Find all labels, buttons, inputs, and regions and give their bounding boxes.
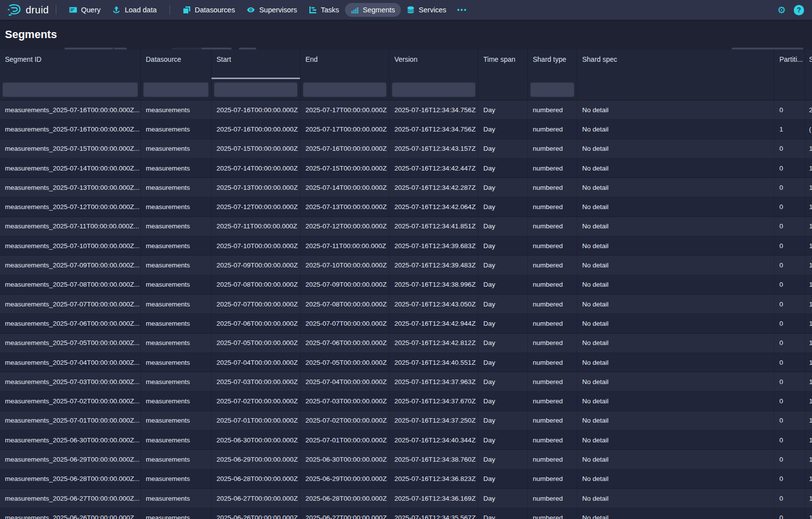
table-cell[interactable]: numbered <box>528 275 577 294</box>
table-cell[interactable]: No detail <box>577 275 774 294</box>
table-row[interactable]: measurements_2025-06-27T00:00:00.000Z...… <box>0 489 812 508</box>
table-cell[interactable]: 0 <box>774 334 805 352</box>
table-cell[interactable]: 1 <box>805 353 812 372</box>
table-cell[interactable]: 0 <box>774 391 805 410</box>
table-cell[interactable]: 2025-07-17T00:00:00.000Z <box>300 120 389 138</box>
table-cell[interactable]: 2025-07-16T12:34:39.483Z <box>389 256 478 274</box>
table-cell[interactable]: No detail <box>577 489 774 508</box>
table-cell[interactable]: 2025-07-04T00:00:00.000Z <box>212 353 300 372</box>
table-cell[interactable]: 2025-07-16T12:34:38.760Z <box>389 450 478 469</box>
table-cell[interactable]: 0 <box>774 197 805 216</box>
table-cell[interactable]: numbered <box>528 159 577 177</box>
table-cell[interactable]: 1 <box>805 489 812 508</box>
table-cell[interactable]: numbered <box>528 372 577 391</box>
column-header-time-span[interactable]: Time span <box>478 49 528 79</box>
table-cell[interactable]: measurements <box>141 391 212 410</box>
table-cell[interactable]: measurements_2025-07-06T00:00:00.000Z... <box>0 314 141 333</box>
table-row[interactable]: measurements_2025-06-26T00:00:00.000Z...… <box>0 508 812 519</box>
filter-input-segment-id[interactable] <box>2 82 138 97</box>
table-cell[interactable]: 2025-07-10T00:00:00.000Z <box>300 256 389 274</box>
table-cell[interactable]: 2025-06-27T00:00:00.000Z <box>212 489 300 508</box>
table-cell[interactable]: 2025-07-03T00:00:00.000Z <box>300 391 389 410</box>
table-cell[interactable]: 1 <box>805 236 812 255</box>
table-cell[interactable]: Day <box>478 372 528 391</box>
column-header-end[interactable]: End <box>300 49 389 79</box>
table-cell[interactable]: measurements_2025-07-07T00:00:00.000Z... <box>0 295 141 313</box>
table-cell[interactable]: 0 <box>774 159 805 177</box>
table-row[interactable]: measurements_2025-07-13T00:00:00.000Z...… <box>0 178 812 197</box>
table-cell[interactable]: 0 <box>774 236 805 255</box>
table-cell[interactable]: 2025-06-29T00:00:00.000Z <box>300 470 389 488</box>
table-cell[interactable]: measurements <box>141 450 212 469</box>
table-cell[interactable]: 1 <box>805 450 812 469</box>
table-cell[interactable]: 2025-07-16T00:00:00.000Z <box>300 139 389 158</box>
table-cell[interactable]: No detail <box>577 470 774 488</box>
table-cell[interactable]: 2025-07-06T00:00:00.000Z <box>300 334 389 352</box>
nav-item-segments[interactable]: Segments <box>345 3 401 17</box>
table-cell[interactable]: 2025-07-05T00:00:00.000Z <box>300 353 389 372</box>
table-cell[interactable]: measurements <box>141 275 212 294</box>
table-cell[interactable]: measurements <box>141 295 212 313</box>
table-row[interactable]: measurements_2025-07-07T00:00:00.000Z...… <box>0 295 812 314</box>
table-cell[interactable]: measurements_2025-07-16T00:00:00.000Z... <box>0 120 141 138</box>
table-cell[interactable]: numbered <box>528 217 577 236</box>
table-row[interactable]: measurements_2025-07-16T00:00:00.000Z...… <box>0 100 812 120</box>
table-cell[interactable]: No detail <box>577 450 774 469</box>
table-cell[interactable]: 0 <box>774 100 805 119</box>
table-cell[interactable]: numbered <box>528 489 577 508</box>
table-cell[interactable]: numbered <box>528 391 577 410</box>
table-row[interactable]: measurements_2025-07-10T00:00:00.000Z...… <box>0 236 812 256</box>
table-cell[interactable]: numbered <box>528 450 577 469</box>
table-cell[interactable]: 2025-06-28T00:00:00.000Z <box>212 470 300 488</box>
table-cell[interactable]: measurements <box>141 159 212 177</box>
table-cell[interactable]: 2025-07-16T12:34:40.551Z <box>389 353 478 372</box>
table-cell[interactable]: 2025-07-06T00:00:00.000Z <box>212 314 300 333</box>
table-cell[interactable]: Day <box>478 391 528 410</box>
table-row[interactable]: measurements_2025-07-01T00:00:00.000Z...… <box>0 411 812 431</box>
table-cell[interactable]: 2025-07-16T12:34:40.344Z <box>389 431 478 449</box>
table-cell[interactable]: measurements <box>141 100 212 119</box>
table-cell[interactable]: numbered <box>528 256 577 274</box>
gear-icon[interactable] <box>777 5 786 15</box>
table-cell[interactable]: Day <box>478 314 528 333</box>
table-cell[interactable]: 2025-07-16T12:34:37.963Z <box>389 372 478 391</box>
table-cell[interactable]: No detail <box>577 120 774 138</box>
table-cell[interactable]: measurements <box>141 197 212 216</box>
table-cell[interactable]: numbered <box>528 353 577 372</box>
table-cell[interactable]: measurements <box>141 411 212 430</box>
table-cell[interactable]: 1 <box>805 159 812 177</box>
druid-logo[interactable]: druid <box>7 3 49 16</box>
table-cell[interactable]: 2025-07-09T00:00:00.000Z <box>212 256 300 274</box>
table-cell[interactable]: 1 <box>805 372 812 391</box>
table-cell[interactable]: measurements <box>141 236 212 255</box>
table-cell[interactable]: 1 <box>805 314 812 333</box>
table-cell[interactable]: 1 <box>805 431 812 449</box>
table-cell[interactable]: measurements <box>141 431 212 449</box>
table-cell[interactable]: measurements_2025-07-03T00:00:00.000Z... <box>0 372 141 391</box>
nav-item-datasources[interactable]: Datasources <box>177 3 241 17</box>
table-cell[interactable]: measurements <box>141 178 212 197</box>
table-row[interactable]: measurements_2025-06-30T00:00:00.000Z...… <box>0 431 812 450</box>
table-cell[interactable]: measurements_2025-07-01T00:00:00.000Z... <box>0 411 141 430</box>
table-cell[interactable]: numbered <box>528 236 577 255</box>
nav-item-load-data[interactable]: Load data <box>106 3 163 17</box>
table-cell[interactable]: 2025-06-26T00:00:00.000Z <box>212 508 300 519</box>
table-cell[interactable]: 1 <box>805 508 812 519</box>
table-cell[interactable]: numbered <box>528 100 577 119</box>
table-cell[interactable]: Day <box>478 236 528 255</box>
table-cell[interactable]: measurements_2025-06-28T00:00:00.000Z... <box>0 470 141 488</box>
table-row[interactable]: measurements_2025-07-11T00:00:00.000Z...… <box>0 217 812 236</box>
table-cell[interactable]: Day <box>478 178 528 197</box>
table-cell[interactable]: measurements_2025-07-04T00:00:00.000Z... <box>0 353 141 372</box>
table-cell[interactable]: No detail <box>577 508 774 519</box>
table-cell[interactable]: 2025-07-16T12:34:37.250Z <box>389 411 478 430</box>
table-cell[interactable]: 0 <box>774 489 805 508</box>
table-cell[interactable]: Day <box>478 334 528 352</box>
table-cell[interactable]: 2025-06-27T00:00:00.000Z <box>300 508 389 519</box>
table-cell[interactable]: 2025-06-30T00:00:00.000Z <box>300 450 389 469</box>
table-cell[interactable]: No detail <box>577 178 774 197</box>
table-cell[interactable]: Day <box>478 120 528 138</box>
table-row[interactable]: measurements_2025-07-08T00:00:00.000Z...… <box>0 275 812 295</box>
table-cell[interactable]: 2025-07-12T00:00:00.000Z <box>212 197 300 216</box>
table-cell[interactable]: 0 <box>774 372 805 391</box>
